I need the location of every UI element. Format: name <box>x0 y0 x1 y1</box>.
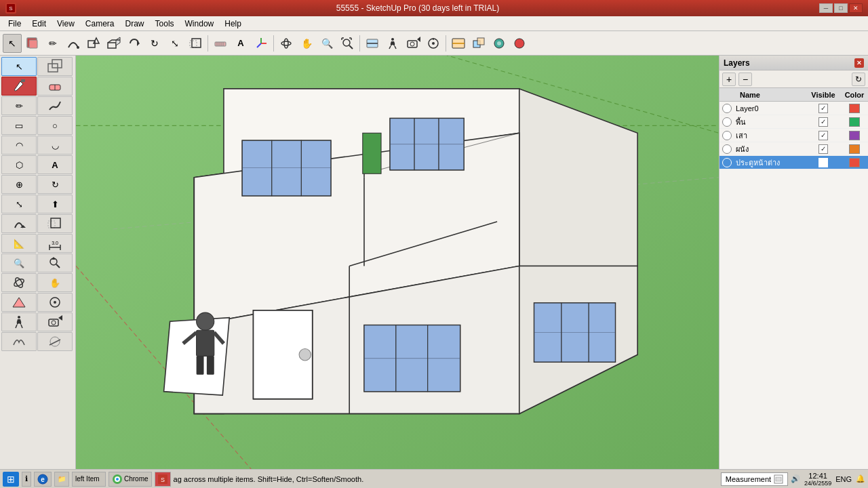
taskbar-info[interactable]: ℹ <box>22 472 31 487</box>
taskbar-folder[interactable]: 📁 <box>54 472 69 487</box>
rotate-lt[interactable]: ↻ <box>37 175 73 194</box>
layer-row[interactable]: เสา <box>719 129 868 142</box>
tape-lt[interactable]: 📐 <box>1 234 37 253</box>
make-component-btn[interactable] <box>23 34 42 53</box>
rect-lt[interactable]: ▭ <box>1 116 37 135</box>
lookaround-lt[interactable] <box>37 293 73 312</box>
restore-button[interactable]: □ <box>834 3 848 13</box>
orbit-lt[interactable] <box>1 273 37 292</box>
section-lt[interactable] <box>1 293 37 312</box>
taskbar-ie[interactable]: e <box>34 472 52 487</box>
menu-draw[interactable]: Draw <box>120 18 150 30</box>
layer-color-cell[interactable] <box>841 117 868 127</box>
tape-measure-tool[interactable] <box>211 34 230 53</box>
rotate-tool[interactable] <box>125 34 144 53</box>
layer-visibility-checkbox[interactable] <box>818 158 828 167</box>
zoomext-lt[interactable] <box>37 253 73 272</box>
layer-color-swatch[interactable] <box>849 158 860 167</box>
offset-lt[interactable] <box>37 214 73 233</box>
menu-view[interactable]: View <box>52 18 80 30</box>
pencil-tool[interactable]: ✏ <box>43 34 62 53</box>
measurement-box[interactable]: Measurement <box>721 472 788 486</box>
orbit-tool[interactable] <box>277 34 296 53</box>
layer-color-cell[interactable] <box>841 144 868 154</box>
pan-lt[interactable]: ✋ <box>37 273 73 292</box>
scale-lt[interactable]: ⤡ <box>1 195 37 214</box>
zoom-lt[interactable]: 🔍 <box>1 253 37 272</box>
pan-tool[interactable]: ✋ <box>297 34 316 53</box>
sandbox-lt[interactable] <box>1 332 37 351</box>
layer-radio[interactable] <box>722 158 732 167</box>
component-lt[interactable] <box>37 57 73 76</box>
layer-row[interactable]: พื้น <box>719 115 868 129</box>
scale-tool[interactable]: ⤡ <box>165 34 184 53</box>
material-tool[interactable] <box>490 34 509 53</box>
start-button[interactable]: ⊞ <box>3 472 19 487</box>
menu-file[interactable]: File <box>3 18 26 30</box>
menu-edit[interactable]: Edit <box>26 18 52 30</box>
section-tool2[interactable] <box>449 34 468 53</box>
axes-tool[interactable] <box>252 34 271 53</box>
follow-me-tool[interactable]: ↻ <box>145 34 164 53</box>
freehand-lt[interactable] <box>37 96 73 115</box>
select-tool[interactable]: ↖ <box>3 34 22 53</box>
layer-row[interactable]: Layer0 <box>719 102 868 115</box>
arc-lt[interactable]: ◠ <box>1 136 37 155</box>
pencil-lt[interactable]: ✏ <box>1 96 37 115</box>
menu-window[interactable]: Window <box>180 18 220 30</box>
circle-lt[interactable]: ○ <box>37 116 73 135</box>
taskbar-sketchup[interactable]: S <box>155 472 171 487</box>
layer-radio[interactable] <box>722 144 732 154</box>
menu-tools[interactable]: Tools <box>150 18 180 30</box>
polygon-lt[interactable]: ⬡ <box>1 155 37 174</box>
layer-color-swatch[interactable] <box>849 144 860 154</box>
menu-help[interactable]: Help <box>219 18 247 30</box>
remove-layer-btn[interactable]: − <box>738 73 752 86</box>
extra-tool[interactable] <box>510 34 529 53</box>
layer-color-cell[interactable] <box>841 104 868 113</box>
layer-visibility-checkbox[interactable] <box>818 144 828 154</box>
menu-camera[interactable]: Camera <box>80 18 120 30</box>
taskbar-left-item[interactable]: left Item <box>72 472 106 487</box>
walk-lt[interactable] <box>1 312 37 331</box>
layer-color-swatch[interactable] <box>849 131 860 140</box>
arc2-lt[interactable]: ◡ <box>37 136 73 155</box>
layer-row[interactable]: ผนัง <box>719 142 868 156</box>
section-plane-tool[interactable] <box>363 34 382 53</box>
eraser-lt[interactable] <box>37 77 73 96</box>
taskbar-chrome[interactable]: Chrome <box>108 472 152 487</box>
layer-radio[interactable] <box>722 104 732 113</box>
layer-color-swatch[interactable] <box>849 104 860 113</box>
component-tool[interactable] <box>469 34 488 53</box>
layer-visibility-checkbox[interactable] <box>818 117 828 127</box>
arc-tool[interactable] <box>64 34 83 53</box>
move-lt[interactable]: ⊕ <box>1 175 37 194</box>
add-layer-btn[interactable]: + <box>722 73 736 86</box>
pushpull-lt[interactable]: ⬆ <box>37 195 73 214</box>
followme-lt[interactable] <box>1 214 37 233</box>
select-lt[interactable]: ↖ <box>1 57 37 76</box>
text-tool[interactable]: A <box>231 34 250 53</box>
zoom-tool[interactable]: 🔍 <box>317 34 336 53</box>
shapes-tool[interactable] <box>84 34 103 53</box>
close-button[interactable]: ✕ <box>849 3 863 13</box>
walkthrough-tool[interactable] <box>383 34 402 53</box>
zoom-extents-tool[interactable] <box>338 34 357 53</box>
layer-row[interactable]: ประตูหน้าต่าง <box>719 156 868 169</box>
viewport[interactable] <box>76 56 719 469</box>
layer-color-cell[interactable] <box>841 158 868 167</box>
offset-tool[interactable] <box>186 34 205 53</box>
position-camera-tool[interactable] <box>403 34 422 53</box>
layer-color-swatch[interactable] <box>849 117 860 127</box>
text-lt[interactable]: A <box>37 155 73 174</box>
layer-visibility-checkbox[interactable] <box>818 131 828 140</box>
paint-lt[interactable] <box>1 77 37 96</box>
layer-color-cell[interactable] <box>841 131 868 140</box>
layer-radio[interactable] <box>722 131 732 140</box>
look-around-tool[interactable] <box>424 34 443 53</box>
camera-lt[interactable] <box>37 312 73 331</box>
push-pull-tool[interactable] <box>104 34 123 53</box>
layer-visibility-checkbox[interactable] <box>818 104 828 113</box>
minimize-button[interactable]: ─ <box>819 3 833 13</box>
sandbox2-lt[interactable] <box>37 332 73 351</box>
